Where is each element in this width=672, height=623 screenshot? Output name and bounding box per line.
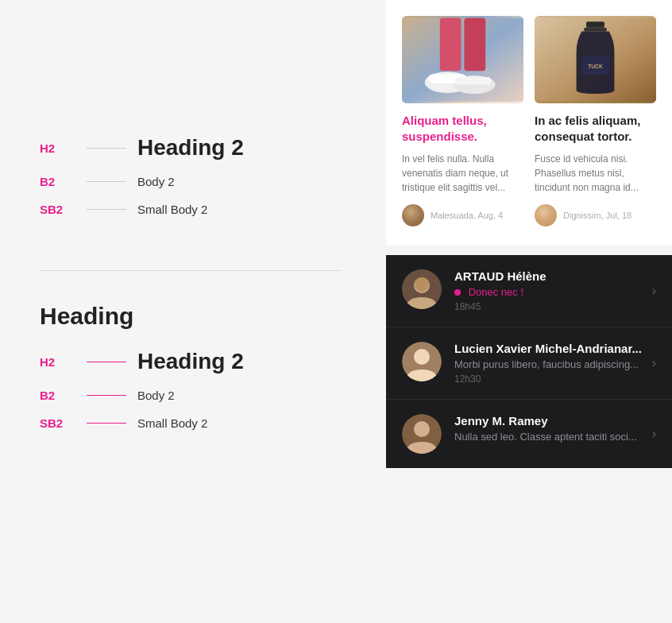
blog-cards-container: Aliquam tellus, suspendisse. In vel feli… (402, 16, 656, 226)
typo-row-sb2-2: SB2 Small Body 2 (40, 416, 342, 430)
typo-name-h2: Heading 2 (137, 135, 244, 161)
typography-section-1: H2 Heading 2 B2 Body 2 SB2 Small Body 2 (0, 103, 381, 262)
blog-card-1-meta: Malesuada, Aug, 4 (402, 204, 523, 226)
blog-card-1-title: Aliquam tellus, suspendisse. (402, 113, 523, 145)
typo-row-h2-2: H2 Heading 2 (40, 349, 342, 374)
typo-divider-b2-2 (87, 395, 126, 396)
message-2-chevron-icon: › (652, 356, 656, 370)
message-2-time: 12h30 (454, 373, 646, 385)
avatar-man-image (402, 269, 442, 309)
blog-card-2-body: Fusce id vehicula nisi. Phasellus metus … (535, 152, 656, 195)
heading-display-area: Heading (40, 303, 342, 330)
blog-card-1-image (402, 16, 523, 103)
right-panel: Aliquam tellus, suspendisse. In vel feli… (386, 0, 672, 623)
bottle-image: TUCK (535, 16, 656, 103)
typo-label-sb2: SB2 (40, 203, 75, 216)
typo-divider-h2-2 (87, 362, 126, 362)
typo-label-sb2-2: SB2 (40, 416, 75, 430)
message-3-preview: Nulla sed leo. Classe aptent taciti soci… (454, 431, 646, 443)
typo-divider-h2 (87, 148, 126, 149)
blog-card-1-body: In vel felis nulla. Nulla venenatis diam… (402, 152, 523, 195)
message-item-1[interactable]: ARTAUD Hélène Donec nec ! 18h45 › (386, 255, 672, 327)
message-1-avatar (402, 269, 442, 309)
message-1-content: ARTAUD Hélène Donec nec ! 18h45 (454, 269, 646, 312)
message-item-3[interactable]: Jenny M. Ramey Nulla sed leo. Classe apt… (386, 400, 672, 468)
message-1-time: 18h45 (454, 301, 646, 312)
typo-label-b2: B2 (40, 175, 75, 188)
typo-label-b2-2: B2 (40, 389, 75, 402)
typo-name-sb2: Small Body 2 (137, 203, 207, 216)
typo-name-b2-2: Body 2 (137, 389, 175, 402)
typo-row-h2: H2 Heading 2 (40, 135, 342, 161)
svg-point-14 (415, 277, 429, 292)
blog-card-2-author: Dignissim, Jul, 18 (563, 211, 631, 220)
section-divider (40, 270, 342, 271)
blog-card-2-avatar (535, 204, 557, 226)
typo-divider-sb2 (87, 209, 126, 210)
message-item-2[interactable]: Lucien Xavier Michel-Andrianar... Morbi … (386, 327, 672, 400)
svg-rect-6 (455, 77, 492, 85)
message-2-preview: Morbi purus libero, faucibus adipiscing.… (454, 358, 646, 370)
message-1-chevron-icon: › (652, 284, 656, 298)
typo-name-h2-2: Heading 2 (137, 349, 244, 374)
message-1-dot (454, 289, 461, 296)
blog-card-1-author: Malesuada, Aug, 4 (431, 211, 503, 220)
svg-rect-8 (586, 21, 604, 28)
typo-divider-sb2-2 (87, 423, 126, 424)
typo-label-h2: H2 (40, 141, 75, 155)
message-3-content: Jenny M. Ramey Nulla sed leo. Classe apt… (454, 414, 646, 446)
heading-label: Heading (40, 303, 133, 329)
blog-section: Aliquam tellus, suspendisse. In vel feli… (386, 0, 672, 246)
typo-row-b2: B2 Body 2 (40, 175, 342, 188)
blog-card-2-image: TUCK (535, 16, 656, 103)
svg-point-18 (414, 421, 430, 437)
typo-row-sb2: SB2 Small Body 2 (40, 203, 342, 216)
message-1-name: ARTAUD Hélène (454, 269, 646, 283)
messages-section: ARTAUD Hélène Donec nec ! 18h45 › Lucien… (386, 255, 672, 468)
svg-rect-2 (464, 17, 485, 71)
svg-rect-9 (584, 28, 607, 32)
svg-rect-1 (440, 17, 462, 71)
svg-text:TUCK: TUCK (588, 64, 603, 69)
left-panel: H2 Heading 2 B2 Body 2 SB2 Small Body 2 … (0, 0, 381, 623)
typo-label-h2-2: H2 (40, 355, 75, 369)
message-3-avatar (402, 414, 442, 454)
blog-card-2-title: In ac felis aliquam, consequat tortor. (535, 113, 656, 145)
message-3-name: Jenny M. Ramey (454, 414, 646, 428)
blog-card-2-meta: Dignissim, Jul, 18 (535, 204, 656, 226)
svg-point-16 (414, 349, 430, 365)
typography-section-2: Heading H2 Heading 2 B2 Body 2 SB2 Small… (0, 279, 381, 476)
sneaker-image (402, 16, 523, 103)
message-2-avatar (402, 342, 442, 381)
blog-card-1[interactable]: Aliquam tellus, suspendisse. In vel feli… (402, 16, 523, 226)
typo-divider-b2 (87, 181, 126, 182)
message-1-preview: Donec nec ! (454, 286, 646, 298)
typo-name-sb2-2: Small Body 2 (137, 416, 207, 430)
message-3-chevron-icon: › (652, 427, 656, 441)
typo-row-b2-2: B2 Body 2 (40, 389, 342, 402)
typo-name-b2: Body 2 (137, 175, 175, 188)
blog-card-2[interactable]: TUCK In ac felis aliquam, consequat tort… (535, 16, 656, 226)
message-2-content: Lucien Xavier Michel-Andrianar... Morbi … (454, 342, 646, 385)
blog-card-1-avatar (402, 204, 424, 226)
message-2-name: Lucien Xavier Michel-Andrianar... (454, 342, 646, 355)
